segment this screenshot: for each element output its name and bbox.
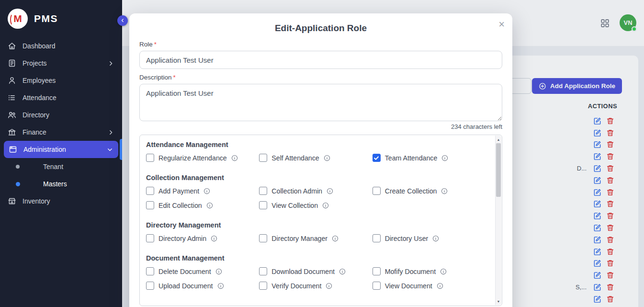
checkbox-view-document[interactable]: [373, 282, 381, 290]
checkbox-edit-collection[interactable]: [146, 201, 154, 209]
checkbox-team-attendance[interactable]: [373, 154, 381, 162]
checkbox-upload-document[interactable]: [146, 282, 154, 290]
sidebar-item-administration[interactable]: Administration: [4, 141, 118, 158]
checkbox-create-collection[interactable]: [373, 187, 381, 195]
checkbox-download-document[interactable]: [259, 267, 267, 275]
role-label: Role*: [139, 41, 502, 48]
sidebar-item-finance[interactable]: Finance: [0, 124, 122, 141]
info-icon[interactable]: [206, 202, 213, 209]
permission-item: Download Document: [259, 267, 369, 276]
brand: M PMS: [0, 0, 122, 37]
checkbox-add-payment[interactable]: [146, 187, 154, 195]
scrollbar-thumb[interactable]: [496, 143, 501, 197]
people-icon: [8, 111, 16, 119]
brand-name: PMS: [34, 13, 58, 24]
sidebar-item-label: Administration: [23, 146, 66, 153]
sidebar-item-label: Inventory: [23, 197, 50, 205]
admin-icon: [9, 145, 17, 154]
sidebar-item-attendance[interactable]: Attendance: [0, 89, 122, 106]
permission-item: Mofify Document: [373, 267, 483, 276]
info-icon[interactable]: [339, 268, 346, 275]
checkbox-directory-admin[interactable]: [146, 234, 154, 242]
sidebar-collapse-button[interactable]: ‹: [117, 15, 128, 26]
permission-section: Directory ManagementDirectory AdminDirec…: [146, 221, 483, 243]
permission-section-title: Directory Management: [146, 221, 483, 229]
checkbox-directory-manager[interactable]: [259, 234, 267, 242]
store-icon: [8, 197, 16, 205]
checkbox-delete-document[interactable]: [146, 267, 154, 275]
info-icon[interactable]: [215, 268, 222, 275]
sidebar-item-dashboard[interactable]: Dashboard: [0, 37, 122, 55]
sidebar-item-label: Employees: [23, 77, 56, 84]
sidebar-nav: DashboardProjectsEmployeesAttendanceDire…: [0, 37, 122, 210]
role-input[interactable]: [139, 51, 502, 69]
permission-item: Self Attendance: [259, 153, 369, 162]
info-icon[interactable]: [211, 235, 217, 242]
info-icon[interactable]: [326, 283, 332, 289]
permission-item: Upload Document: [146, 281, 256, 290]
permission-section: Collection ManagementAdd PaymentCollecti…: [146, 174, 483, 210]
sidebar-item-directory[interactable]: Directory: [0, 106, 122, 124]
permission-label: Create Collection: [385, 187, 437, 195]
characters-left-counter: 234 characters left: [139, 123, 502, 130]
checkbox-mofify-document[interactable]: [373, 267, 381, 275]
finance-icon: [8, 128, 16, 136]
modal-title: Edit-Application Role: [139, 13, 502, 34]
sidebar-subitem-masters[interactable]: Masters: [0, 175, 122, 193]
permission-label: Add Payment: [158, 187, 199, 195]
checkbox-view-collection[interactable]: [259, 201, 267, 209]
scroll-down-icon[interactable]: ▼: [496, 298, 501, 305]
info-icon[interactable]: [332, 235, 339, 242]
permission-section-title: Document Management: [146, 254, 483, 262]
scroll-up-icon[interactable]: ▲: [496, 136, 501, 143]
sidebar-item-employees[interactable]: Employees: [0, 72, 122, 89]
permission-item: Delete Document: [146, 267, 256, 276]
checkbox-collection-admin[interactable]: [259, 187, 267, 195]
permission-item: Create Collection: [373, 186, 483, 195]
sidebar-item-label: Directory: [23, 111, 49, 119]
info-icon[interactable]: [322, 202, 329, 209]
info-icon[interactable]: [441, 155, 448, 161]
permission-item: Regularize Attendance: [146, 153, 256, 162]
sidebar-subitem-label: Masters: [43, 180, 67, 188]
permission-grid: Regularize AttendanceSelf AttendanceTeam…: [146, 153, 483, 162]
bullet-dot-icon: [16, 182, 20, 186]
edit-application-role-modal: × Edit-Application Role Role* Descriptio…: [129, 13, 512, 307]
permission-label: Directory User: [385, 235, 429, 242]
sidebar-subitem-label: Tenant: [43, 163, 63, 171]
info-icon[interactable]: [437, 283, 443, 289]
info-icon[interactable]: [432, 235, 439, 242]
checkbox-verify-document[interactable]: [259, 282, 267, 290]
permission-label: Collection Admin: [271, 187, 322, 195]
permission-item: Collection Admin: [259, 186, 369, 195]
info-icon[interactable]: [203, 188, 210, 194]
info-icon[interactable]: [327, 188, 333, 194]
permission-item: Directory Manager: [259, 234, 369, 243]
permissions-scrollbar[interactable]: ▲ ▼: [495, 136, 501, 305]
sidebar-subitem-tenant[interactable]: Tenant: [0, 158, 122, 175]
app-screen: M PMS DashboardProjectsEmployeesAttendan…: [0, 0, 644, 307]
sidebar-item-label: Projects: [23, 59, 47, 67]
description-textarea[interactable]: Application Test User: [139, 84, 502, 121]
permission-label: Regularize Attendance: [158, 154, 227, 162]
close-icon[interactable]: ×: [498, 19, 505, 30]
permission-section: Attendance ManagementRegularize Attendan…: [146, 141, 483, 162]
info-icon[interactable]: [440, 268, 447, 275]
info-icon[interactable]: [231, 155, 238, 161]
sidebar-item-projects[interactable]: Projects: [0, 55, 122, 72]
permission-label: View Document: [385, 282, 432, 290]
info-icon[interactable]: [217, 283, 224, 289]
permission-grid: Delete DocumentDownload DocumentMofify D…: [146, 267, 483, 290]
info-icon[interactable]: [441, 188, 448, 194]
permission-label: Edit Collection: [158, 202, 202, 209]
permission-item: Team Attendance: [373, 153, 483, 162]
checkbox-self-attendance[interactable]: [259, 154, 267, 162]
permission-item: View Document: [373, 281, 483, 290]
sidebar-item-inventory[interactable]: Inventory: [0, 193, 122, 210]
permission-label: Self Attendance: [271, 154, 319, 162]
info-icon[interactable]: [324, 155, 330, 161]
chevron-right-icon: [107, 60, 114, 67]
checkbox-regularize-attendance[interactable]: [146, 154, 154, 162]
checkbox-directory-user[interactable]: [373, 234, 381, 242]
sidebar-item-label: Dashboard: [23, 42, 56, 50]
